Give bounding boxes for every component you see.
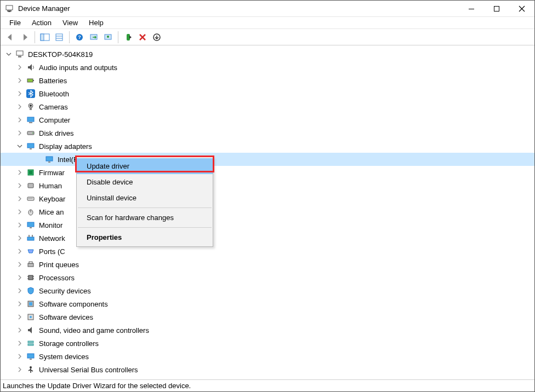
device-tree[interactable]: DESKTOP-504K819 Audio inputs and outputs…: [1, 45, 534, 379]
tree-category-node[interactable]: Audio inputs and outputs: [1, 61, 534, 74]
toolbar-scan-hardware-button[interactable]: [150, 31, 163, 44]
category-icon: [26, 220, 36, 230]
category-label: Processors: [39, 274, 75, 282]
chevron-down-icon[interactable]: [16, 142, 24, 150]
toolbar-uninstall-button[interactable]: [136, 31, 149, 44]
tree-category-node[interactable]: System devices: [1, 350, 534, 363]
chevron-right-icon[interactable]: [16, 221, 24, 229]
chevron-right-icon[interactable]: [16, 116, 24, 124]
menu-action[interactable]: Action: [27, 18, 56, 28]
chevron-right-icon[interactable]: [16, 313, 24, 321]
svg-rect-1: [7, 10, 12, 11]
chevron-right-icon[interactable]: [16, 366, 24, 373]
chevron-right-icon[interactable]: [16, 339, 24, 347]
minimize-button[interactable]: [459, 1, 484, 17]
tree-category-node[interactable]: Computer: [1, 113, 534, 126]
toolbar-show-hide-button[interactable]: [38, 31, 52, 44]
toolbar-separator: [69, 31, 70, 43]
chevron-right-icon[interactable]: [16, 287, 24, 295]
toolbar-view-button[interactable]: [53, 31, 66, 44]
menubar: File Action View Help: [1, 17, 534, 29]
chevron-right-icon[interactable]: [16, 129, 24, 137]
toolbar: ?: [1, 29, 534, 45]
svg-rect-40: [32, 198, 32, 199]
chevron-down-icon[interactable]: [5, 50, 13, 58]
category-icon: [26, 338, 36, 348]
chevron-right-icon[interactable]: [16, 300, 24, 308]
toolbar-enable-button[interactable]: [122, 31, 135, 44]
toolbar-back-button[interactable]: [4, 31, 17, 44]
svg-rect-31: [46, 157, 53, 161]
svg-rect-37: [29, 198, 29, 199]
category-icon: [26, 325, 36, 335]
toolbar-help-button[interactable]: ?: [73, 31, 86, 44]
chevron-right-icon[interactable]: [16, 77, 24, 84]
tree-category-node[interactable]: Storage controllers: [1, 337, 534, 350]
chevron-right-icon[interactable]: [16, 274, 24, 281]
category-icon: [26, 102, 36, 112]
svg-text:?: ?: [78, 34, 81, 40]
category-icon: [26, 207, 36, 217]
tree-category-node[interactable]: Cameras: [1, 100, 534, 113]
chevron-right-icon[interactable]: [16, 64, 24, 71]
tree-category-node[interactable]: Universal Serial Bus controllers: [1, 363, 534, 376]
category-label: Audio inputs and outputs: [39, 64, 117, 72]
ctx-properties[interactable]: Properties: [77, 229, 213, 245]
menu-view[interactable]: View: [58, 18, 82, 28]
ctx-update-driver[interactable]: Update driver: [77, 158, 213, 174]
ctx-separator: [78, 227, 212, 228]
tree-category-node[interactable]: Display adapters: [1, 140, 534, 153]
category-label: Mice an: [39, 208, 64, 216]
tree-category-node[interactable]: Software components: [1, 297, 534, 310]
tree-category-node[interactable]: Software devices: [1, 310, 534, 324]
toolbar-scan-button[interactable]: [87, 31, 100, 44]
chevron-right-icon[interactable]: [16, 90, 24, 97]
tree-category-node[interactable]: Batteries: [1, 74, 534, 87]
menu-file[interactable]: File: [5, 18, 25, 28]
maximize-button[interactable]: [484, 1, 509, 17]
tree-category-node[interactable]: Bluetooth: [1, 87, 534, 100]
svg-rect-29: [27, 143, 34, 148]
category-label: System devices: [39, 353, 89, 361]
svg-rect-26: [29, 122, 32, 123]
ctx-disable-device[interactable]: Disable device: [77, 174, 213, 190]
chevron-right-icon[interactable]: [16, 326, 24, 334]
category-label: Disk drives: [39, 129, 74, 137]
menu-help[interactable]: Help: [84, 18, 108, 28]
close-button[interactable]: [509, 1, 534, 17]
category-label: Computer: [39, 116, 70, 124]
chevron-right-icon[interactable]: [16, 103, 24, 111]
ctx-uninstall-device[interactable]: Uninstall device: [77, 190, 213, 206]
toolbar-forward-button[interactable]: [18, 31, 31, 44]
chevron-right-icon[interactable]: [16, 261, 24, 268]
chevron-right-icon[interactable]: [16, 169, 24, 176]
chevron-right-icon[interactable]: [16, 195, 24, 203]
svg-rect-61: [27, 354, 34, 358]
ctx-scan-hardware[interactable]: Scan for hardware changes: [77, 210, 213, 226]
svg-point-63: [30, 366, 32, 368]
device-manager-icon: [5, 4, 14, 13]
chevron-right-icon[interactable]: [16, 234, 24, 242]
svg-rect-3: [469, 9, 474, 9]
svg-rect-39: [31, 198, 31, 199]
svg-rect-17: [16, 51, 23, 55]
category-label: Monitor: [39, 221, 62, 229]
toolbar-update-driver-button[interactable]: [101, 31, 115, 44]
chevron-right-icon[interactable]: [16, 182, 24, 189]
tree-category-node[interactable]: Security devices: [1, 284, 534, 297]
tree-category-node[interactable]: Sound, video and game controllers: [1, 324, 534, 337]
svg-rect-24: [30, 108, 32, 110]
svg-rect-59: [28, 341, 33, 343]
tree-category-node[interactable]: Print queues: [1, 258, 534, 271]
svg-rect-60: [28, 344, 33, 345]
category-icon: [26, 233, 36, 243]
tree-root-node[interactable]: DESKTOP-504K819: [1, 48, 534, 61]
chevron-right-icon[interactable]: [16, 353, 24, 360]
chevron-right-icon[interactable]: [16, 208, 24, 216]
category-icon: [26, 246, 36, 256]
tree-category-node[interactable]: Processors: [1, 271, 534, 284]
chevron-right-icon[interactable]: [16, 247, 24, 255]
tree-category-node[interactable]: Disk drives: [1, 126, 534, 140]
category-icon: [26, 89, 36, 99]
window-title: Device Manager: [18, 4, 459, 13]
